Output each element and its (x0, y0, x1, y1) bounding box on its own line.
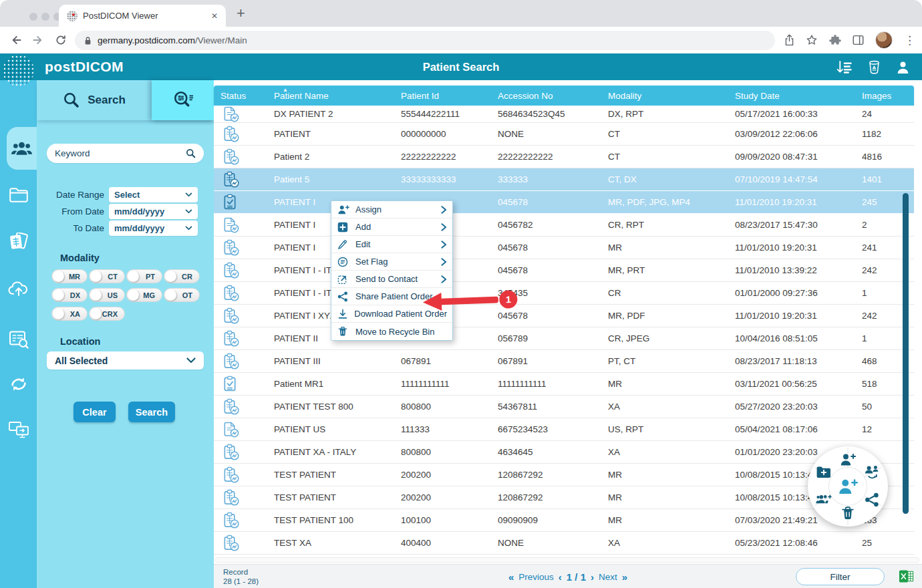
column-header-images[interactable]: Images (855, 91, 914, 106)
table-row[interactable]: PATIENT US1113336675234523US, RPT05/04/2… (214, 418, 914, 441)
prev-page-icon[interactable]: ‹ (559, 571, 562, 583)
forward-icon[interactable] (32, 34, 45, 47)
window-minimize-button[interactable] (41, 13, 49, 21)
table-row[interactable]: Patient MR11111111111111111111111MR03/11… (214, 373, 914, 396)
table-row[interactable]: PATIENT I - ITALY345435CR01/01/2000 09:2… (214, 282, 914, 305)
people-transfer-icon[interactable] (863, 464, 881, 481)
table-row[interactable]: TEST XA400400NONEXA05/23/2021 12:08:4625 (214, 532, 914, 555)
table-row[interactable]: Patient 22222222222222222222222CT09/09/2… (214, 146, 914, 168)
side-panel-icon[interactable] (853, 35, 864, 45)
account-icon[interactable] (896, 60, 910, 74)
modality-toggle-cr[interactable]: CR (164, 269, 200, 283)
menu-item-edit[interactable]: Edit (331, 236, 452, 253)
table-row[interactable]: PATIENT I - ITALY045678MR, PRT11/01/2010… (214, 259, 914, 282)
menu-item-send-to-contact[interactable]: Send to Contact (331, 271, 452, 288)
study-date-cell: 10/04/2016 08:51:05 (728, 333, 855, 343)
chevron-right-icon (441, 206, 447, 214)
sidebar-item-studies[interactable] (0, 220, 37, 263)
accession-no-cell: 333333 (491, 174, 601, 184)
modality-toggle-crx[interactable]: CRX (89, 307, 125, 321)
page-indicator: 1 / 1 (567, 571, 586, 583)
modality-toggle-ot[interactable]: OT (164, 288, 200, 302)
sidebar-item-upload[interactable] (0, 267, 37, 310)
menu-item-set-flag[interactable]: Set Flag (331, 253, 452, 271)
sidebar-item-share-screens[interactable] (0, 408, 37, 451)
profile-avatar[interactable] (875, 31, 893, 49)
sidebar-item-worklist[interactable] (0, 318, 37, 361)
menu-item-add[interactable]: Add (331, 218, 452, 236)
modality-label: US (108, 291, 118, 299)
sort-asc-icon[interactable]: ▲ (283, 87, 288, 93)
tab-basic-search[interactable]: Search (37, 80, 152, 120)
table-row[interactable]: DX PATIENT 25554442221115684634523Q45DX,… (214, 106, 914, 123)
horizontal-scrollbar[interactable] (215, 557, 919, 563)
browser-tab[interactable]: PostDICOM Viewer ✕ (59, 5, 226, 27)
to-date-select[interactable]: mm/dd/yyyy (109, 220, 198, 236)
share-page-icon[interactable] (784, 34, 794, 46)
clear-button[interactable]: Clear (73, 402, 116, 422)
person-add-icon[interactable] (839, 451, 857, 468)
bookmark-star-icon[interactable] (806, 34, 818, 46)
next-page-icon[interactable]: › (591, 571, 594, 583)
filter-button[interactable]: Filter (796, 568, 885, 585)
search-icon (63, 92, 80, 109)
table-row[interactable]: Patient 533333333333333333CT, DX07/10/20… (214, 168, 914, 191)
refresh-icon[interactable] (55, 34, 67, 46)
recycle-bin-icon[interactable] (867, 59, 881, 75)
search-icon[interactable] (186, 148, 196, 158)
table-row[interactable]: PATIENT I XYZ045678MR, PDF11/01/2010 19:… (214, 305, 914, 327)
excel-export-icon[interactable] (899, 569, 914, 584)
keyword-input[interactable] (55, 148, 182, 158)
location-select[interactable]: All Selected (47, 351, 204, 370)
modality-toggle-dx[interactable]: DX (51, 288, 88, 302)
menu-dots-icon[interactable]: ⋮ (904, 33, 915, 47)
sidebar-item-sync[interactable] (0, 363, 37, 406)
tab-advanced-search[interactable] (152, 80, 214, 120)
sidebar-item-folders[interactable] (0, 174, 37, 216)
column-header-modality[interactable]: Modality (601, 91, 728, 106)
column-header-accession-no[interactable]: Accession No (491, 91, 601, 106)
menu-item-assign[interactable]: Assign (331, 201, 452, 218)
table-row[interactable]: PATIENT000000000NONECT03/09/2012 22:06:0… (214, 123, 914, 146)
keyword-search-field[interactable] (47, 144, 204, 163)
status-cell (214, 398, 267, 415)
new-tab-icon[interactable]: + (237, 5, 245, 21)
from-date-select[interactable]: mm/dd/yyyy (109, 204, 198, 219)
search-button[interactable]: Search (128, 402, 175, 422)
first-page-icon[interactable]: « (508, 571, 514, 583)
accession-no-cell: 0456782 (491, 220, 601, 230)
menu-item-move-to-recycle-bin[interactable]: Move to Recycle Bin (331, 323, 452, 340)
next-page-button[interactable]: Next (599, 572, 617, 582)
modality-toggle-pt[interactable]: PT (126, 269, 162, 283)
trash-icon[interactable] (839, 504, 857, 522)
column-header-patient-name[interactable]: Patient Name (267, 91, 394, 106)
table-row[interactable]: PATIENT I045678MR11/01/2010 19:20:31241 (214, 237, 914, 259)
share-icon[interactable] (863, 491, 881, 508)
modality-toggle-ct[interactable]: CT (89, 269, 125, 283)
table-row[interactable]: PATIENT TEST 80080080054367811XA05/27/20… (214, 396, 914, 418)
last-page-icon[interactable]: » (622, 571, 627, 583)
vertical-scrollbar[interactable] (903, 193, 909, 514)
modality-toggle-us[interactable]: US (89, 288, 125, 302)
back-icon[interactable] (9, 34, 22, 47)
column-header-status[interactable]: Status (214, 91, 267, 106)
modality-toggle-mr[interactable]: MR (51, 269, 88, 283)
column-header-patient-id[interactable]: Patient Id (394, 91, 491, 106)
modality-toggle-mg[interactable]: MG (126, 288, 162, 302)
table-row[interactable]: PATIENT III067891067891PT, CT08/23/2017 … (214, 350, 914, 373)
window-close-button[interactable] (29, 13, 37, 21)
date-range-select[interactable]: Select (109, 187, 198, 202)
table-row[interactable]: PATIENT I045678MR, PDF, JPG, MP411/01/20… (214, 191, 914, 214)
sort-order-icon[interactable] (836, 60, 853, 74)
previous-page-button[interactable]: Previous (518, 572, 554, 582)
trash-icon (337, 326, 351, 337)
address-bar[interactable]: germany.postdicom.com/Viewer/Main (75, 31, 775, 50)
extensions-icon[interactable] (829, 34, 841, 46)
tab-close-icon[interactable]: ✕ (211, 11, 218, 21)
sidebar-item-patients[interactable] (7, 127, 37, 170)
column-header-study-date[interactable]: Study Date (728, 91, 855, 106)
person-add-center-button[interactable] (828, 467, 867, 506)
table-row[interactable]: PATIENT I0456782CR, RPT08/23/2017 15:47:… (214, 214, 914, 237)
modality-toggle-xa[interactable]: XA (51, 307, 88, 321)
table-row[interactable]: PATIENT II056789CR, JPEG10/04/2016 08:51… (214, 327, 914, 350)
